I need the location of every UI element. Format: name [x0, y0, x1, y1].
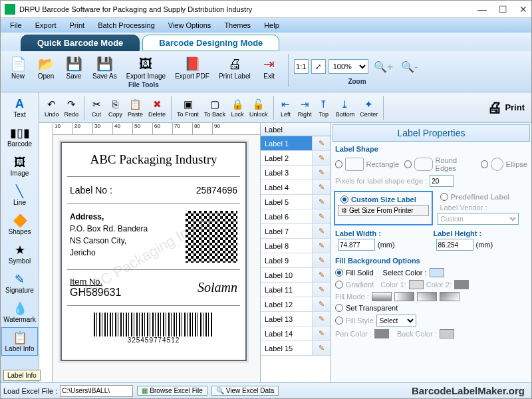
- sidebar-shapes[interactable]: 🔶Shapes: [1, 210, 38, 239]
- align-bottom-button[interactable]: ⤓Bottom: [333, 96, 358, 119]
- label-list-row[interactable]: Label 8✎: [261, 239, 331, 253]
- label-list-row[interactable]: Label 13✎: [261, 312, 331, 327]
- menu-batch[interactable]: Batch Processing: [91, 20, 162, 31]
- delete-button[interactable]: ✖Delete: [146, 96, 168, 119]
- zoom-actual-button[interactable]: ⤢: [311, 59, 326, 74]
- pencil-icon[interactable]: ✎: [312, 283, 331, 297]
- redo-button[interactable]: ↷Redo: [62, 96, 82, 119]
- lock-button[interactable]: 🔒Lock: [228, 96, 247, 119]
- label-list-row[interactable]: Label 3✎: [261, 166, 331, 180]
- menu-print[interactable]: Print: [63, 20, 92, 31]
- pencil-icon[interactable]: ✎: [312, 180, 331, 194]
- label-height-input[interactable]: [436, 239, 473, 251]
- pencil-icon[interactable]: ✎: [312, 209, 331, 223]
- sidebar-symbol[interactable]: ★Symbol: [1, 239, 38, 268]
- zoom-select[interactable]: 100%: [329, 59, 368, 74]
- label-list-row[interactable]: Label 2✎: [261, 151, 331, 166]
- undo-button[interactable]: ↶Undo: [42, 96, 62, 119]
- radio-fill-style[interactable]: [335, 317, 343, 325]
- radio-round[interactable]: [404, 160, 412, 168]
- unlock-button[interactable]: 🔓Unlock: [247, 96, 271, 119]
- label-list-row[interactable]: Label 4✎: [261, 180, 331, 195]
- align-center-button[interactable]: ✦Center: [357, 96, 380, 119]
- label-list-row[interactable]: Label 15✎: [261, 341, 331, 356]
- menu-view[interactable]: View Options: [162, 20, 218, 31]
- label-list-row[interactable]: Label 9✎: [261, 253, 331, 268]
- sidebar-watermark[interactable]: 💧Watermark: [1, 298, 38, 327]
- pencil-icon[interactable]: ✎: [312, 341, 331, 355]
- zoom-fit-button[interactable]: 1:1: [294, 59, 309, 74]
- copy-button[interactable]: ⎘Copy: [106, 96, 125, 119]
- view-excel-button[interactable]: 🔍View Excel Data: [211, 386, 279, 396]
- pencil-icon[interactable]: ✎: [312, 327, 331, 340]
- label-list-row[interactable]: Label 7✎: [261, 224, 331, 239]
- menu-themes[interactable]: Themes: [217, 20, 257, 31]
- back-color[interactable]: [440, 329, 454, 338]
- gradient-c1[interactable]: [409, 280, 424, 289]
- pencil-icon[interactable]: ✎: [312, 268, 331, 282]
- pencil-icon[interactable]: ✎: [312, 312, 331, 326]
- menu-help[interactable]: Help: [257, 20, 286, 31]
- sidebar-line[interactable]: ╲Line: [1, 181, 38, 209]
- pencil-icon[interactable]: ✎: [312, 224, 331, 238]
- tab-barcode-designing[interactable]: Barcode Designing Mode: [142, 35, 279, 51]
- zoom-in-button[interactable]: 🔍+: [371, 61, 396, 73]
- pen-color[interactable]: [374, 329, 389, 338]
- label-list-row[interactable]: Label 5✎: [261, 195, 331, 209]
- save-button[interactable]: 💾Save: [61, 54, 87, 81]
- label-list-row[interactable]: Label 14✎: [261, 327, 331, 341]
- align-top-button[interactable]: ⤒Top: [315, 96, 333, 119]
- export-image-button[interactable]: 🖼Export Image: [122, 54, 170, 81]
- label-list-row[interactable]: Label 12✎: [261, 297, 331, 312]
- fill-style-select[interactable]: Select: [376, 315, 416, 327]
- radio-predefined[interactable]: [440, 193, 448, 201]
- label-preview[interactable]: ABC Packaging Industry ABC Packaging Ind…: [61, 142, 247, 361]
- radio-gradient[interactable]: [335, 281, 343, 289]
- paste-button[interactable]: 📋Paste: [125, 96, 146, 119]
- radio-fill-solid[interactable]: [335, 269, 343, 277]
- pencil-icon[interactable]: ✎: [312, 136, 331, 150]
- print-button[interactable]: 🖨Print: [487, 99, 529, 116]
- sidebar-barcode[interactable]: ▮▯▮Barcode: [1, 122, 38, 151]
- close-button[interactable]: ✕: [519, 4, 527, 15]
- pencil-icon[interactable]: ✎: [312, 297, 331, 311]
- align-right-button[interactable]: ⇥Right: [295, 96, 315, 119]
- radio-ellipse[interactable]: [481, 160, 488, 168]
- label-list-row[interactable]: Label 1✎: [261, 136, 331, 151]
- exit-button[interactable]: ⇥Exit: [256, 54, 283, 81]
- label-list-row[interactable]: Label 11✎: [261, 283, 331, 297]
- tab-quick-barcode[interactable]: Quick Barcode Mode: [21, 35, 140, 51]
- label-list-row[interactable]: Label 6✎: [261, 209, 331, 224]
- pencil-icon[interactable]: ✎: [312, 253, 331, 267]
- pencil-icon[interactable]: ✎: [312, 151, 331, 165]
- label-width-input[interactable]: [338, 239, 375, 251]
- design-canvas[interactable]: ABC Packaging Industry ABC Packaging Ind…: [53, 135, 260, 382]
- pencil-icon[interactable]: ✎: [312, 166, 331, 180]
- get-size-button[interactable]: ⚙Get Size From Printer: [338, 205, 429, 216]
- sidebar-text[interactable]: AText: [1, 93, 38, 122]
- vendor-select[interactable]: Custom: [438, 213, 519, 225]
- menu-export[interactable]: Export: [29, 20, 63, 31]
- sidebar-signature[interactable]: ✎Signature: [1, 269, 38, 297]
- gradient-c2[interactable]: [454, 280, 469, 289]
- solid-color-swatch[interactable]: [430, 268, 444, 277]
- minimize-button[interactable]: —: [477, 4, 487, 15]
- menu-file[interactable]: File: [3, 20, 29, 31]
- radio-custom-size[interactable]: [340, 196, 348, 203]
- zoom-out-button[interactable]: 🔍-: [398, 61, 420, 73]
- excel-path-input[interactable]: [60, 385, 133, 397]
- toback-button[interactable]: ▢To Back: [201, 96, 228, 119]
- browse-excel-button[interactable]: ▦Browse Excel File: [137, 386, 207, 396]
- sidebar-label-info[interactable]: 📋Label Info: [1, 327, 38, 356]
- align-left-button[interactable]: ⇤Left: [277, 96, 295, 119]
- radio-rectangle[interactable]: [335, 160, 342, 168]
- saveas-button[interactable]: 💾Save As: [88, 54, 121, 81]
- sidebar-image[interactable]: 🖼Image: [1, 152, 38, 180]
- pencil-icon[interactable]: ✎: [312, 239, 331, 253]
- pencil-icon[interactable]: ✎: [312, 195, 331, 209]
- new-button[interactable]: 📄New: [5, 54, 31, 81]
- export-pdf-button[interactable]: 📕Export PDF: [171, 54, 213, 81]
- tofront-button[interactable]: ▣To Front: [174, 96, 201, 119]
- radio-transparent[interactable]: [335, 304, 343, 312]
- pixel-edge-input[interactable]: [430, 175, 454, 187]
